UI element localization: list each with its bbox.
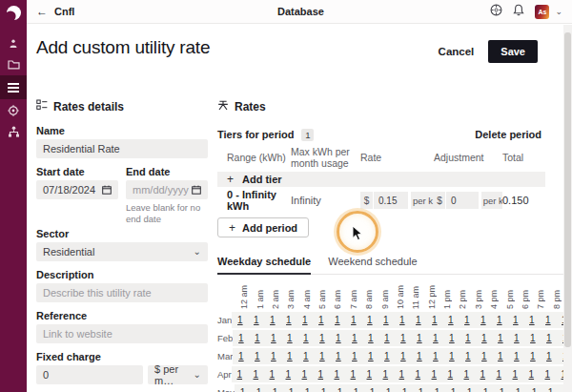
- schedule-cell[interactable]: 1: [429, 387, 445, 392]
- schedule-cell[interactable]: 1: [235, 387, 251, 392]
- schedule-cell[interactable]: 1: [249, 351, 265, 361]
- schedule-cell[interactable]: 1: [345, 315, 361, 325]
- reference-input[interactable]: Link to website: [36, 324, 208, 343]
- schedule-cell[interactable]: 1: [297, 351, 314, 361]
- tab-weekday-schedule[interactable]: Weekday schedule: [217, 256, 311, 275]
- schedule-cell[interactable]: 1: [523, 315, 540, 325]
- schedule-cell[interactable]: 1: [332, 387, 348, 392]
- schedule-cell[interactable]: 1: [507, 315, 523, 325]
- save-button[interactable]: Save: [488, 40, 538, 63]
- description-input[interactable]: Describe this utility rate: [36, 283, 208, 302]
- schedule-cell[interactable]: 1: [280, 369, 296, 380]
- schedule-cell[interactable]: 1: [330, 351, 346, 361]
- schedule-cell[interactable]: 1: [476, 351, 492, 361]
- schedule-cell[interactable]: 1: [264, 369, 280, 380]
- schedule-cell[interactable]: 1: [348, 387, 364, 392]
- schedule-cell[interactable]: 1: [507, 369, 523, 380]
- schedule-cell[interactable]: 1: [427, 351, 443, 361]
- schedule-cell[interactable]: 1: [346, 351, 362, 361]
- sector-select[interactable]: Residential ⌄: [36, 242, 208, 261]
- schedule-cell[interactable]: 1: [249, 333, 265, 343]
- schedule-cell[interactable]: 1: [542, 387, 559, 392]
- schedule-cell[interactable]: 1: [540, 315, 556, 325]
- schedule-cell[interactable]: 1: [508, 333, 524, 343]
- schedule-cell[interactable]: 1: [524, 333, 541, 343]
- schedule-cell[interactable]: 1: [427, 333, 443, 343]
- schedule-cell[interactable]: 1: [460, 333, 476, 343]
- back-arrow-icon[interactable]: ←: [36, 5, 48, 18]
- schedule-cell[interactable]: 1: [329, 369, 345, 380]
- sidebar-item-agent[interactable]: [0, 33, 27, 53]
- sidebar-item-organization[interactable]: [0, 121, 27, 141]
- schedule-cell[interactable]: 1: [329, 315, 345, 325]
- add-tier-button[interactable]: + Add tier: [217, 172, 545, 187]
- schedule-cell[interactable]: 1: [411, 333, 427, 343]
- app-name[interactable]: Cnfl: [54, 6, 74, 17]
- schedule-cell[interactable]: 1: [459, 315, 475, 325]
- start-date-input[interactable]: 07/18/2024: [36, 180, 118, 199]
- fixed-charge-unit-select[interactable]: $ per m… ⌄: [148, 365, 208, 384]
- schedule-cell[interactable]: 1: [296, 369, 313, 380]
- fixed-charge-input[interactable]: 0: [36, 365, 143, 384]
- schedule-cell[interactable]: 1: [232, 369, 248, 380]
- schedule-cell[interactable]: 1: [394, 369, 410, 380]
- schedule-cell[interactable]: 1: [460, 351, 476, 361]
- schedule-cell[interactable]: 1: [313, 315, 329, 325]
- rate-input[interactable]: 0.15: [374, 192, 408, 209]
- schedule-cell[interactable]: 1: [280, 315, 296, 325]
- period-badge[interactable]: 1: [301, 129, 314, 141]
- adjustment-input[interactable]: 0: [446, 192, 479, 209]
- schedule-cell[interactable]: 1: [267, 387, 283, 392]
- schedule-cell[interactable]: 1: [233, 333, 249, 343]
- schedule-cell[interactable]: 1: [299, 387, 316, 392]
- schedule-cell[interactable]: 1: [378, 369, 394, 380]
- schedule-cell[interactable]: 1: [265, 333, 281, 343]
- schedule-cell[interactable]: 1: [426, 315, 442, 325]
- schedule-cell[interactable]: 1: [397, 387, 413, 392]
- schedule-cell[interactable]: 1: [346, 333, 362, 343]
- schedule-cell[interactable]: 1: [491, 315, 507, 325]
- schedule-cell[interactable]: 1: [330, 333, 346, 343]
- rate-unit-select[interactable]: per k: [411, 192, 434, 209]
- bell-icon[interactable]: [513, 3, 524, 20]
- schedule-cell[interactable]: 1: [510, 387, 526, 392]
- calendar-icon[interactable]: [192, 185, 201, 195]
- schedule-cell[interactable]: 1: [296, 315, 313, 325]
- schedule-cell[interactable]: 1: [526, 387, 542, 392]
- schedule-cell[interactable]: 1: [541, 351, 557, 361]
- schedule-cell[interactable]: 1: [541, 333, 557, 343]
- schedule-cell[interactable]: 1: [248, 369, 264, 380]
- schedule-cell[interactable]: 1: [443, 333, 460, 343]
- schedule-cell[interactable]: 1: [248, 315, 264, 325]
- schedule-cell[interactable]: 1: [492, 333, 508, 343]
- schedule-cell[interactable]: 1: [461, 387, 478, 392]
- schedule-cell[interactable]: 1: [232, 315, 248, 325]
- schedule-cell[interactable]: 1: [413, 387, 429, 392]
- schedule-cell[interactable]: 1: [442, 315, 459, 325]
- schedule-cell[interactable]: 1: [265, 351, 281, 361]
- schedule-cell[interactable]: 1: [442, 369, 459, 380]
- sidebar-item-projects[interactable]: [0, 54, 27, 74]
- schedule-cell[interactable]: 1: [380, 387, 397, 392]
- schedule-cell[interactable]: 1: [394, 315, 410, 325]
- app-logo-icon[interactable]: [6, 5, 22, 21]
- schedule-cell[interactable]: 1: [281, 333, 297, 343]
- schedule-cell[interactable]: 1: [426, 369, 442, 380]
- schedule-cell[interactable]: 1: [362, 351, 378, 361]
- schedule-cell[interactable]: 1: [508, 351, 524, 361]
- sidebar-item-settings[interactable]: [0, 100, 27, 120]
- schedule-cell[interactable]: 1: [475, 369, 491, 380]
- schedule-cell[interactable]: 1: [492, 351, 508, 361]
- schedule-cell[interactable]: 1: [313, 369, 329, 380]
- schedule-cell[interactable]: 1: [395, 351, 411, 361]
- cancel-button[interactable]: Cancel: [439, 46, 475, 57]
- schedule-cell[interactable]: 1: [445, 387, 461, 392]
- sidebar-item-database[interactable]: [0, 75, 27, 99]
- calendar-icon[interactable]: [102, 185, 112, 195]
- schedule-cell[interactable]: 1: [361, 315, 378, 325]
- schedule-cell[interactable]: 1: [443, 351, 460, 361]
- schedule-cell[interactable]: 1: [395, 333, 411, 343]
- schedule-cell[interactable]: 1: [297, 333, 314, 343]
- schedule-cell[interactable]: 1: [364, 387, 380, 392]
- schedule-cell[interactable]: 1: [362, 333, 378, 343]
